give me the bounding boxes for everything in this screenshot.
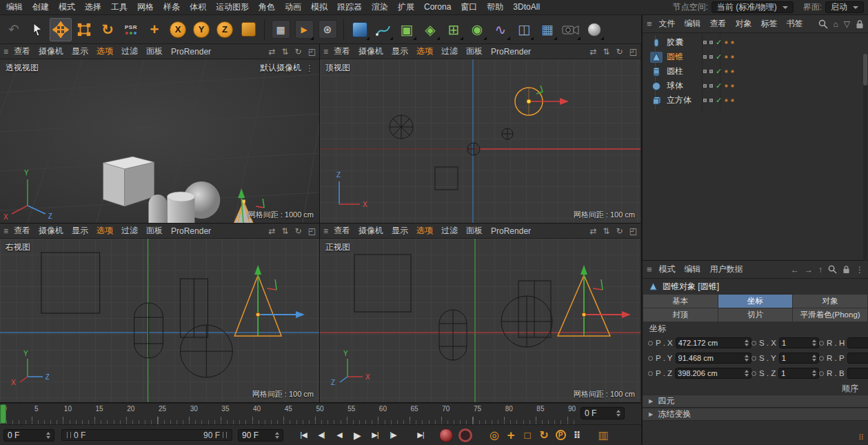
scale-z-input[interactable]: 1 (778, 368, 819, 379)
vp-menu-view[interactable]: 查看 (10, 225, 34, 237)
render-view-button[interactable]: ▦ (270, 18, 292, 41)
keyframe-dot[interactable] (819, 356, 824, 361)
menu-simulate[interactable]: 模拟 (306, 0, 332, 14)
vp-orbit-icon[interactable]: ↻ (295, 226, 302, 236)
menu-mesh[interactable]: 网格 (132, 0, 159, 14)
vp-pan-icon[interactable]: ⇄ (589, 47, 596, 57)
tab-coordinates[interactable]: 坐标 (718, 295, 793, 308)
light-button[interactable] (583, 18, 605, 41)
vp-menu-display[interactable]: 显示 (387, 46, 412, 57)
vp-menu-display[interactable]: 显示 (68, 225, 92, 237)
keyframe-dot[interactable] (751, 356, 756, 361)
panel-menu-icon[interactable]: ≡ (323, 48, 328, 56)
array-button[interactable]: ◉ (466, 18, 488, 41)
vp-menu-display[interactable]: 显示 (387, 225, 412, 237)
camera-label[interactable]: 默认摄像机⋮ (260, 62, 314, 74)
vp-menu-filter[interactable]: 过滤 (437, 46, 462, 57)
menu-help[interactable]: 帮助 (482, 0, 508, 14)
subdivision-surface-button[interactable]: ▣ (396, 18, 418, 41)
vp-pan-icon[interactable]: ⇄ (589, 226, 596, 236)
record-position-toggle[interactable]: + (503, 428, 519, 443)
timeline-options-button[interactable]: ▥ (595, 428, 612, 443)
keyframe-dot[interactable] (648, 356, 653, 361)
undo-button[interactable]: ↶ (3, 18, 25, 41)
layer-toggle[interactable] (709, 41, 713, 44)
vp-menu-panel[interactable]: 面板 (462, 225, 487, 237)
vp-maximize-icon[interactable]: ◰ (629, 47, 637, 57)
layer-toggle[interactable] (703, 41, 707, 44)
keyframe-dot[interactable] (819, 341, 824, 346)
scale-x-input[interactable]: 1 (779, 337, 819, 348)
coordinate-system-button[interactable] (237, 18, 259, 41)
playhead[interactable] (0, 404, 6, 424)
vp-pan-icon[interactable]: ⇄ (268, 47, 275, 57)
vp-menu-filter[interactable]: 过滤 (117, 225, 142, 237)
object-row-cone[interactable]: 圆锥 ✓ (643, 50, 868, 64)
layer-toggle[interactable] (703, 99, 707, 102)
lock-x-axis-button[interactable]: X (167, 18, 189, 41)
vp-menu-options[interactable]: 选项 (412, 46, 437, 57)
render-visibility-dot[interactable] (731, 41, 734, 44)
viewport-perspective-canvas[interactable]: Y Z X 透视视图 默认摄像机⋮ 网格间距 : 1000 cm (0, 59, 319, 223)
vp-menu-prorender[interactable]: ProRender (487, 226, 535, 236)
forward-icon[interactable]: → (805, 265, 813, 275)
group-freeze-transform[interactable]: ▶ 冻结变换 (643, 408, 868, 421)
keyframe-dot[interactable] (819, 371, 824, 376)
vp-menu-prorender[interactable]: ProRender (487, 47, 535, 57)
vp-orbit-icon[interactable]: ↻ (616, 47, 623, 57)
om-menu-edit[interactable]: 编辑 (680, 18, 705, 30)
spinner-icon[interactable] (745, 339, 749, 346)
lock-y-axis-button[interactable]: Y (190, 18, 212, 41)
home-icon[interactable]: ⌂ (834, 19, 838, 29)
spinner-icon[interactable] (46, 432, 50, 439)
object-row-sphere[interactable]: 球体 ✓ (643, 79, 868, 93)
om-scrollbar[interactable] (863, 54, 867, 275)
panel-menu-icon[interactable]: ≡ (647, 265, 652, 274)
position-y-input[interactable]: 91.468 cm (676, 353, 751, 364)
om-menu-bookmarks[interactable]: 书签 (783, 18, 807, 30)
volume-builder-button[interactable]: ⊞ (443, 18, 465, 41)
camera-button[interactable] (560, 18, 582, 41)
panel-options-icon[interactable]: ⋮ (856, 265, 864, 275)
tab-slice[interactable]: 切片 (718, 308, 793, 322)
position-x-input[interactable]: 472.172 cm (676, 337, 751, 348)
panel-menu-icon[interactable]: ≡ (3, 48, 8, 56)
scale-tool[interactable] (73, 18, 95, 41)
lock-icon[interactable] (842, 265, 850, 274)
move-tool[interactable] (50, 18, 72, 41)
viewport-right-canvas[interactable]: Y Z X 右视图 网格间距 : 100 cm (0, 239, 319, 402)
enable-check-icon[interactable]: ✓ (716, 81, 722, 90)
tab-object[interactable]: 对象 (793, 295, 867, 308)
range-start-grip[interactable] (67, 432, 71, 438)
record-pla-toggle[interactable]: ⠿ (569, 428, 585, 443)
order-row[interactable]: 顺序 (643, 382, 868, 395)
menu-animate[interactable]: 动画 (280, 0, 306, 14)
vp-menu-view[interactable]: 查看 (10, 46, 34, 57)
render-visibility-dot[interactable] (731, 55, 734, 59)
rotation-h-input[interactable] (847, 337, 868, 348)
object-row-capsule[interactable]: 胶囊 ✓ (643, 35, 868, 50)
menu-tracker[interactable]: 跟踪器 (332, 0, 367, 14)
lock-icon[interactable] (856, 19, 864, 29)
environment-button[interactable]: ◫ (513, 18, 535, 41)
jump-to-start-button[interactable]: |◀ (294, 428, 312, 443)
position-z-input[interactable]: 398.206 cm (675, 368, 751, 379)
interface-select[interactable]: 启动 (825, 1, 864, 13)
keyframe-dot[interactable] (648, 371, 653, 376)
rotate-tool[interactable]: ↻ (97, 18, 119, 41)
menu-create[interactable]: 创建 (28, 0, 54, 14)
editor-visibility-dot[interactable] (725, 41, 728, 44)
layer-toggle[interactable] (709, 99, 713, 102)
record-active-objects-button[interactable] (439, 428, 453, 442)
am-menu-edit[interactable]: 编辑 (680, 264, 705, 275)
menu-tools[interactable]: 工具 (106, 0, 132, 14)
render-picture-viewer-button[interactable]: ▶ (293, 18, 315, 41)
previous-frame-button[interactable]: ◀ (330, 428, 348, 443)
layer-toggle[interactable] (709, 70, 713, 73)
jump-to-end-button[interactable]: ▶| (412, 428, 430, 443)
scale-y-input[interactable]: 1 (779, 353, 819, 364)
vp-orbit-icon[interactable]: ↻ (616, 226, 623, 236)
panel-menu-icon[interactable]: ≡ (3, 227, 8, 235)
menu-3dtoall[interactable]: 3DtoAll (508, 0, 545, 14)
autokey-button[interactable] (458, 428, 472, 442)
